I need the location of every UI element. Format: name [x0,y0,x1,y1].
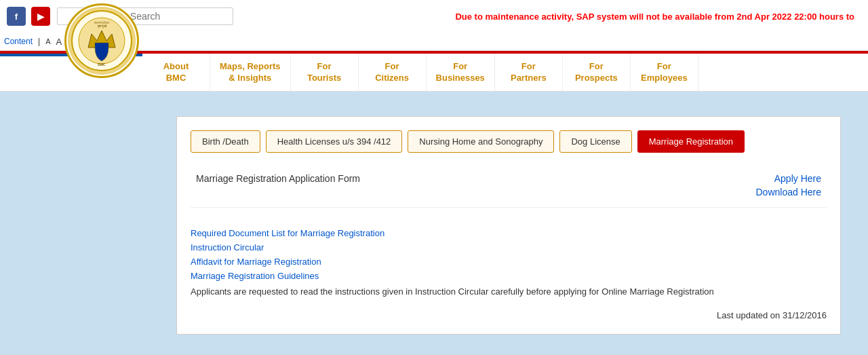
main-wrapper: Birth /Death Health Licenses u/s 394 /41… [0,92,868,335]
youtube-icon[interactable]: ▶ [31,7,50,26]
tab-health-licenses[interactable]: Health Licenses u/s 394 /412 [266,130,403,153]
apply-here-link[interactable]: Apply Here [608,173,821,184]
links-section: Required Document List for Marriage Regi… [191,221,827,303]
facebook-icon[interactable]: f [7,7,26,26]
svg-text:महानगरपालिका: महानगरपालिका [94,21,109,24]
svg-text:बृहन्मुंबई: बृहन्मुंबई [97,24,107,29]
form-links: Apply Here Download Here [603,166,827,208]
tab-nursing-home[interactable]: Nursing Home and Sonography [408,130,554,153]
download-here-link[interactable]: Download Here [608,187,821,198]
last-updated: Last updated on 31/12/2016 [191,310,827,320]
nav-item-maps-reports[interactable]: Maps, Reports& Insights [210,54,291,91]
nav-item-prospects[interactable]: ForProspects [563,54,631,91]
form-title: Marriage Registration Application Form [191,166,603,208]
nav-item-about-bmc[interactable]: AboutBMC [142,54,210,91]
font-a-small[interactable]: A [45,37,50,45]
notice-bar: Due to maintenance activity, SAP system … [233,12,861,22]
logo-area: BMC बृहन्मुंबई महानगरपालिका [64,0,139,81]
tab-buttons: Birth /Death Health Licenses u/s 394 /41… [191,130,827,153]
nav-item-employees[interactable]: ForEmployees [631,54,698,91]
instruction-text: Applicants are requested to read the ins… [191,286,827,297]
social-icons: f ▶ [7,7,50,26]
skip-content[interactable]: Content [4,37,33,46]
affidavit-link[interactable]: Affidavit for Marriage Registration [191,257,827,267]
nav-item-businesses[interactable]: ForBusinesses [427,54,495,91]
font-a-medium[interactable]: A [56,37,62,47]
nav-item-partners[interactable]: ForPartners [495,54,563,91]
guidelines-link[interactable]: Marriage Registration Guidelines [191,271,827,281]
tab-dog-license[interactable]: Dog License [559,130,631,153]
table-row: Marriage Registration Application Form A… [191,166,827,208]
footer: Privacy | Disclaimer | Contact us | Help… [0,348,868,355]
top-bar: f ▶ BMC बृहन्मुंबई महानगरपालिका Due [0,0,868,33]
required-document-link[interactable]: Required Document List for Marriage Regi… [191,228,827,238]
nav-item-citizens[interactable]: ForCitizens [359,54,427,91]
logo-circle: BMC बृहन्मुंबई महानगरपालिका [64,3,139,78]
logo-svg: BMC बृहन्मुंबई महानगरपालिका [71,10,132,71]
tab-marriage-registration[interactable]: Marriage Registration [637,130,745,153]
content-table: Marriage Registration Application Form A… [191,166,827,208]
main-content: Birth /Death Health Licenses u/s 394 /41… [176,116,841,335]
instruction-circular-link[interactable]: Instruction Circular [191,242,827,253]
divider-1: | [38,37,40,46]
nav-item-tourists[interactable]: ForTourists [291,54,359,91]
tab-birth-death[interactable]: Birth /Death [191,130,260,153]
logo-inner: BMC बृहन्मुंबई महानगरपालिका [68,7,136,75]
svg-text:BMC: BMC [98,62,106,67]
